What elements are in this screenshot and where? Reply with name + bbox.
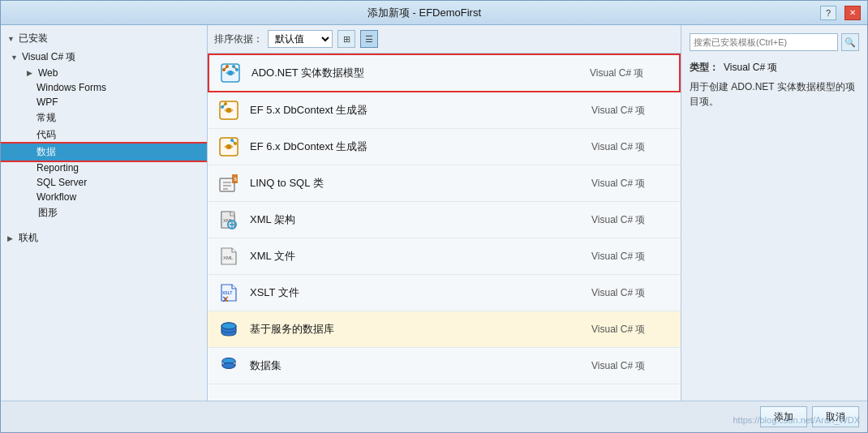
ado-net-category: Visual C# 项 bbox=[590, 66, 671, 80]
list-item-service-db[interactable]: 基于服务的数据库 Visual C# 项 bbox=[208, 311, 681, 348]
sidebar-item-label-sql-server: SQL Server bbox=[37, 177, 87, 188]
ado-net-icon bbox=[217, 60, 243, 86]
online-arrow: ▶ bbox=[7, 234, 15, 242]
installed-arrow: ▼ bbox=[7, 35, 15, 43]
sidebar-item-web[interactable]: ▶ Web bbox=[1, 66, 207, 80]
ef6-name: EF 6.x DbContext 生成器 bbox=[250, 139, 583, 154]
xml-schema-name: XML 架构 bbox=[250, 212, 583, 227]
title-controls: ? ✕ bbox=[820, 6, 861, 20]
sidebar-item-code[interactable]: 代码 bbox=[1, 126, 207, 144]
list-item-ef5[interactable]: EF 5.x DbContext 生成器 Visual C# 项 bbox=[208, 92, 681, 129]
sidebar-item-label-normal: 常规 bbox=[37, 111, 56, 125]
sidebar-item-label-reporting: Reporting bbox=[37, 162, 79, 174]
svg-point-2 bbox=[222, 68, 226, 71]
ef6-icon bbox=[216, 134, 242, 160]
grid-view-button[interactable]: ⊞ bbox=[337, 30, 355, 48]
svg-point-9 bbox=[224, 102, 227, 105]
xslt-name: XSLT 文件 bbox=[250, 285, 583, 300]
main-content: ▼ 已安装 ▼ Visual C# 项 ▶ Web Windows Forms … bbox=[1, 25, 867, 401]
search-input[interactable] bbox=[690, 33, 838, 51]
sidebar-item-label-workflow: Workflow bbox=[37, 191, 76, 203]
sidebar-item-label-code: 代码 bbox=[37, 128, 56, 142]
sidebar-item-workflow[interactable]: Workflow bbox=[1, 190, 207, 204]
svg-point-12 bbox=[230, 139, 234, 142]
sidebar-item-label-online: 联机 bbox=[19, 231, 38, 245]
title-bar: 添加新项 - EFDemoFirst ? ✕ bbox=[1, 1, 867, 25]
dataset-name: 数据集 bbox=[250, 358, 583, 373]
dataset-category: Visual C# 项 bbox=[591, 359, 672, 373]
installed-label: 已安装 bbox=[19, 32, 48, 45]
list-item-ado-net[interactable]: ADO.NET 实体数据模型 Visual C# 项 bbox=[208, 54, 681, 92]
list-item-xslt[interactable]: XSLT XSLT 文件 Visual C# 项 bbox=[208, 275, 681, 311]
type-label: 类型： bbox=[690, 61, 719, 75]
xml-schema-icon: XML bbox=[216, 207, 242, 233]
sidebar-item-label-web: Web bbox=[38, 67, 58, 79]
list-item-ef6[interactable]: EF 6.x DbContext 生成器 Visual C# 项 bbox=[208, 129, 681, 165]
sidebar-item-reporting[interactable]: Reporting bbox=[1, 161, 207, 175]
svg-point-13 bbox=[234, 142, 237, 145]
list-item-xml-schema[interactable]: XML XML 架构 Visual C# 项 bbox=[208, 202, 681, 238]
sidebar-item-wpf[interactable]: WPF bbox=[1, 95, 207, 109]
svg-point-1 bbox=[228, 71, 233, 75]
svg-text:S: S bbox=[234, 177, 237, 182]
sidebar-item-label-windows-forms: Windows Forms bbox=[37, 82, 106, 93]
sidebar-item-online[interactable]: ▶ 联机 bbox=[1, 228, 207, 248]
service-db-category: Visual C# 项 bbox=[591, 323, 672, 337]
sidebar: ▼ 已安装 ▼ Visual C# 项 ▶ Web Windows Forms … bbox=[1, 25, 208, 401]
ef5-icon bbox=[216, 97, 242, 123]
sidebar-item-sql-server[interactable]: SQL Server bbox=[1, 175, 207, 190]
sidebar-item-graphics[interactable]: 图形 bbox=[1, 204, 207, 221]
list-item-dataset[interactable]: 数据集 Visual C# 项 bbox=[208, 348, 681, 384]
type-description: 用于创建 ADO.NET 实体数据模型的项目项。 bbox=[690, 79, 859, 109]
sidebar-item-visual-csharp[interactable]: ▼ Visual C# 项 bbox=[1, 49, 207, 66]
sidebar-item-label-graphics: 图形 bbox=[38, 206, 58, 220]
ado-net-name: ADO.NET 实体数据模型 bbox=[251, 66, 582, 80]
svg-point-7 bbox=[226, 108, 231, 113]
linq-name: LINQ to SQL 类 bbox=[250, 176, 583, 191]
xml-file-icon: XML bbox=[216, 243, 242, 269]
svg-point-4 bbox=[232, 65, 235, 68]
xslt-icon: XSLT bbox=[216, 280, 242, 306]
list-view-button[interactable]: ☰ bbox=[360, 30, 378, 48]
search-button[interactable]: 🔍 bbox=[841, 33, 859, 51]
linq-category: Visual C# 项 bbox=[591, 177, 672, 191]
sidebar-item-normal[interactable]: 常规 bbox=[1, 109, 207, 126]
type-value: Visual C# 项 bbox=[724, 61, 777, 75]
right-panel: 🔍 类型： Visual C# 项 用于创建 ADO.NET 实体数据模型的项目… bbox=[681, 25, 867, 401]
close-button[interactable]: ✕ bbox=[844, 6, 861, 20]
item-list: ADO.NET 实体数据模型 Visual C# 项 bbox=[208, 54, 681, 401]
sidebar-item-data[interactable]: 数据 bbox=[1, 144, 207, 161]
svg-point-11 bbox=[226, 144, 231, 149]
xml-file-category: Visual C# 项 bbox=[591, 250, 672, 264]
dataset-icon bbox=[216, 353, 242, 379]
svg-point-3 bbox=[226, 65, 229, 68]
sidebar-item-windows-forms[interactable]: Windows Forms bbox=[1, 80, 207, 95]
type-row: 类型： Visual C# 项 bbox=[690, 61, 859, 75]
xml-file-name: XML 文件 bbox=[250, 249, 583, 264]
web-arrow: ▶ bbox=[27, 69, 35, 77]
center-panel: 排序依据： 默认值名称类型 ⊞ ☰ bbox=[208, 25, 681, 401]
ef5-name: EF 5.x DbContext 生成器 bbox=[250, 103, 583, 118]
xml-schema-category: Visual C# 项 bbox=[591, 213, 672, 227]
add-button[interactable]: 添加 bbox=[760, 406, 807, 427]
ef6-category: Visual C# 项 bbox=[591, 140, 672, 154]
svg-point-5 bbox=[235, 68, 238, 71]
list-item-linq[interactable]: S LINQ to SQL 类 Visual C# 项 bbox=[208, 165, 681, 202]
window-title: 添加新项 - EFDemoFirst bbox=[28, 6, 820, 20]
svg-point-8 bbox=[221, 105, 224, 109]
help-button[interactable]: ? bbox=[820, 6, 836, 20]
svg-text:XML: XML bbox=[223, 255, 234, 260]
cancel-button[interactable]: 取消 bbox=[812, 406, 859, 427]
sort-select[interactable]: 默认值名称类型 bbox=[268, 30, 333, 48]
service-db-name: 基于服务的数据库 bbox=[250, 322, 583, 337]
svg-point-27 bbox=[221, 323, 236, 329]
list-item-xml-file[interactable]: XML XML 文件 Visual C# 项 bbox=[208, 238, 681, 275]
svg-point-29 bbox=[222, 363, 235, 369]
installed-section-header: ▼ 已安装 bbox=[1, 28, 207, 49]
search-icon: 🔍 bbox=[844, 37, 856, 48]
sidebar-item-label-data: 数据 bbox=[37, 145, 56, 159]
service-db-icon bbox=[216, 316, 242, 342]
svg-text:XSLT: XSLT bbox=[222, 290, 232, 295]
bottom-bar: 添加 取消 bbox=[1, 401, 867, 432]
linq-icon: S bbox=[216, 170, 242, 196]
